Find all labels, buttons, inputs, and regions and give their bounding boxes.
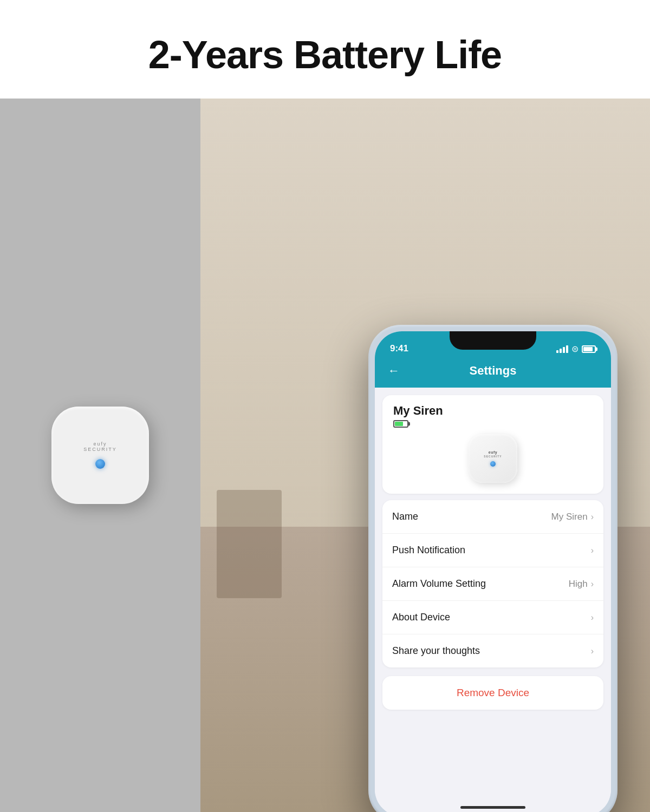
row-right-about: › [591,613,594,623]
headline-text: 2-Years Battery Life [148,32,502,77]
brand-sub: SECURITY [83,447,117,453]
row-label-share: Share your thoughts [392,645,480,657]
row-value-alarm: High [569,579,588,590]
scene: eufy SECURITY [0,99,650,812]
thumb-led [490,461,496,467]
device-led [95,459,105,469]
chevron-icon-alarm: › [591,579,594,589]
row-right-alarm: High › [569,579,594,590]
row-value-name: My Siren [551,512,588,522]
page-title: Settings [470,364,517,378]
row-label-about: About Device [392,612,450,623]
room-furniture [217,490,282,598]
wall-device: eufy SECURITY [51,407,149,504]
right-panel: 9:41 ⊜ [200,99,650,812]
thumb-device: eufySECURITY [469,434,517,483]
battery-icon [582,345,596,353]
app-content: My Siren eufySECURITY [375,388,611,798]
row-right-push: › [591,546,594,555]
row-right-share: › [591,646,594,656]
device-thumbnail: eufySECURITY [393,434,593,483]
row-label-alarm: Alarm Volume Setting [392,578,486,590]
phone-wrapper: 9:41 ⊜ [368,325,618,812]
signal-icon [556,345,568,353]
device-card: My Siren eufySECURITY [382,395,603,494]
row-right-name: My Siren › [551,512,594,522]
remove-device-button[interactable]: Remove Device [382,676,603,710]
chevron-icon-name: › [591,512,594,522]
settings-row-about[interactable]: About Device › [382,601,603,634]
status-time: 9:41 [390,343,408,354]
settings-row-name[interactable]: Name My Siren › [382,500,603,534]
battery-body [393,420,408,428]
row-label-name: Name [392,511,418,522]
main-wrapper: 2-Years Battery Life eufy SECURITY [0,0,650,812]
device-name: My Siren [393,404,443,418]
app-header: ← Settings [375,358,611,388]
remove-section: Remove Device [382,676,603,710]
chevron-icon-share: › [591,646,594,656]
wifi-icon: ⊜ [571,344,578,354]
status-icons: ⊜ [556,344,596,354]
phone-outer: 9:41 ⊜ [368,325,618,812]
settings-row-share[interactable]: Share your thoughts › [382,634,603,667]
settings-row-alarm[interactable]: Alarm Volume Setting High › [382,567,603,601]
device-body: eufy SECURITY [51,407,149,504]
battery-indicator [393,420,408,428]
back-button[interactable]: ← [388,364,400,378]
phone-screen: 9:41 ⊜ [375,331,611,812]
home-indicator [460,806,525,809]
thumb-brand: eufySECURITY [484,450,502,458]
home-bar [375,798,611,812]
phone-notch [450,331,536,350]
headline-section: 2-Years Battery Life [0,0,650,99]
left-panel: eufy SECURITY [0,99,200,812]
chevron-icon-push: › [591,546,594,555]
row-label-push: Push Notification [392,545,465,556]
settings-row-push[interactable]: Push Notification › [382,534,603,567]
device-brand-label: eufy SECURITY [83,442,117,453]
chevron-icon-about: › [591,613,594,623]
settings-list: Name My Siren › Push Notification [382,500,603,667]
